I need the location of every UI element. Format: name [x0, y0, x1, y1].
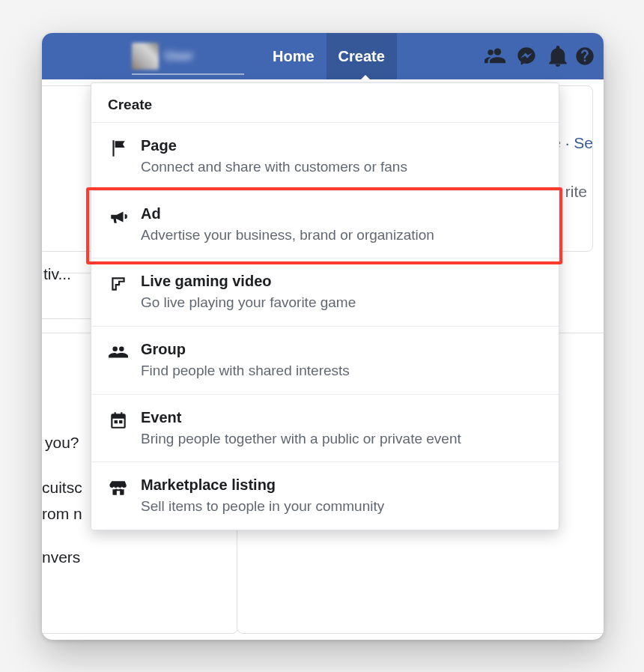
- flag-icon: [108, 138, 129, 159]
- nav-home[interactable]: Home: [261, 33, 326, 79]
- create-marketplace-item[interactable]: Marketplace listing Sell items to people…: [91, 462, 559, 530]
- item-title: Page: [141, 136, 542, 155]
- help-icon[interactable]: [574, 40, 596, 72]
- item-title: Group: [141, 340, 542, 359]
- create-page-item[interactable]: Page Connect and share with customers or…: [91, 123, 559, 191]
- messenger-icon[interactable]: [511, 40, 542, 72]
- marketplace-icon: [108, 477, 129, 498]
- gaming-icon: [108, 273, 129, 294]
- item-subtitle: Go live playing your favorite game: [141, 294, 542, 312]
- create-live-gaming-item[interactable]: Live gaming video Go live playing your f…: [91, 258, 559, 327]
- item-subtitle: Bring people together with a public or p…: [141, 430, 542, 449]
- item-title: Event: [141, 408, 542, 427]
- megaphone-icon: [108, 206, 129, 227]
- friend-requests-icon[interactable]: [479, 40, 511, 72]
- background-text-fragment: you?: [45, 434, 79, 452]
- dropdown-arrow: [358, 75, 373, 82]
- background-text-fragment: rite: [565, 183, 587, 201]
- calendar-icon: [108, 410, 129, 431]
- profile-name: User: [165, 49, 193, 64]
- top-nav: User Home Create: [42, 33, 604, 79]
- create-ad-item[interactable]: Ad Advertise your business, brand or org…: [91, 191, 559, 259]
- background-text-fragment: rom n: [42, 505, 82, 523]
- group-icon: [108, 342, 129, 363]
- avatar: [132, 43, 159, 70]
- item-title: Marketplace listing: [141, 476, 542, 494]
- create-group-item[interactable]: Group Find people with shared interests: [91, 327, 559, 395]
- nav-create[interactable]: Create: [326, 33, 397, 79]
- item-title: Live gaming video: [141, 272, 542, 291]
- item-subtitle: Advertise your business, brand or organi…: [141, 226, 542, 245]
- item-title: Ad: [141, 205, 542, 223]
- create-event-item[interactable]: Event Bring people together with a publi…: [91, 395, 559, 463]
- background-text-fragment: nvers: [42, 548, 80, 566]
- background-text-fragment: cuitsc: [42, 479, 82, 497]
- app-window: e · Se rite tiv... you? cuitsc rom n nve…: [42, 33, 604, 640]
- dropdown-header: Create: [91, 83, 559, 123]
- background-text-fragment: tiv...: [43, 265, 71, 283]
- create-dropdown: Create Page Connect and share with custo…: [91, 82, 559, 530]
- profile-button[interactable]: User: [132, 39, 244, 75]
- item-subtitle: Connect and share with customers or fans: [141, 158, 542, 177]
- item-subtitle: Sell items to people in your community: [141, 497, 542, 516]
- notifications-icon[interactable]: [542, 40, 574, 72]
- item-subtitle: Find people with shared interests: [141, 362, 542, 381]
